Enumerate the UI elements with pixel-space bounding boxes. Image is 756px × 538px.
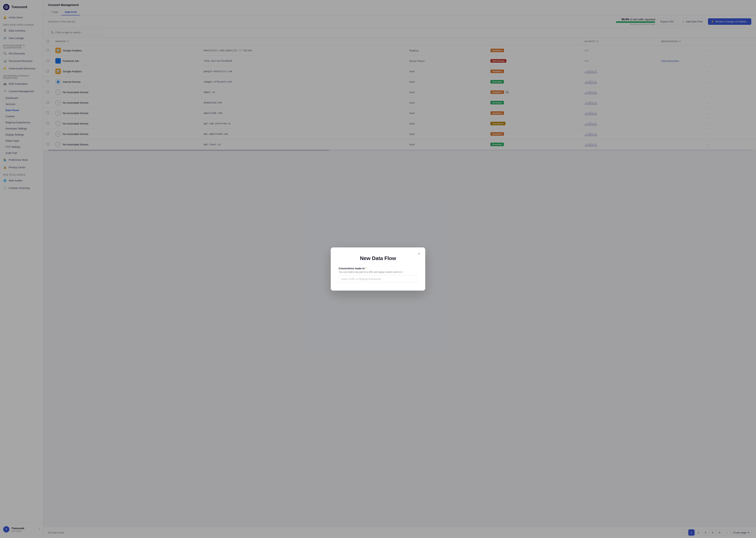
modal-overlay[interactable]: × New Data Flow Connections made to * Yo… <box>0 0 756 538</box>
modal-field-desc: You can match any part of a URL and appl… <box>339 271 417 273</box>
modal-url-input[interactable] <box>339 275 417 283</box>
modal-field-label: Connections made to * <box>339 267 417 270</box>
modal-close-button[interactable]: × <box>416 250 422 257</box>
new-data-flow-modal: × New Data Flow Connections made to * Yo… <box>331 247 425 291</box>
modal-title: New Data Flow <box>339 255 417 261</box>
